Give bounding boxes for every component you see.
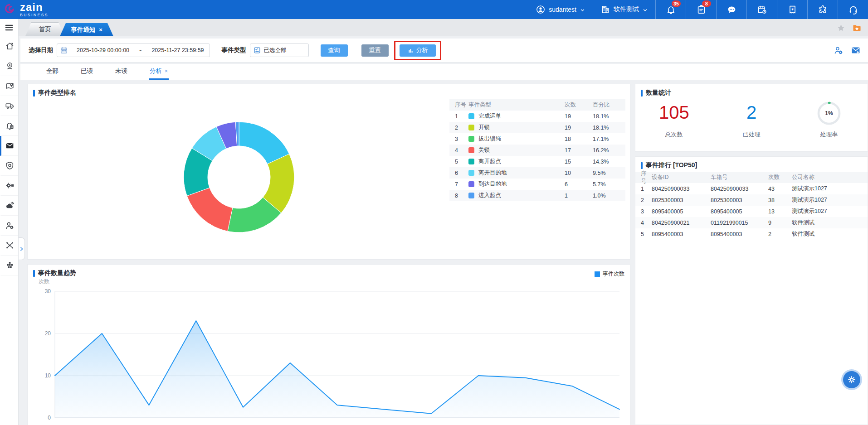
stat-label: 处理率	[820, 130, 838, 139]
rank-table-row: 6离开目的地109.5%	[449, 167, 625, 179]
sidebar-item-user-gear[interactable]	[0, 216, 18, 236]
trend-line-chart: 0102030	[34, 285, 624, 425]
series-color-swatch	[468, 147, 474, 153]
subtab-bar: 全部已读未读分析×	[20, 64, 868, 80]
close-subtab-icon[interactable]: ×	[165, 68, 168, 74]
svg-text:30: 30	[45, 288, 51, 295]
mail-send-icon[interactable]	[851, 45, 861, 55]
chevron-down-icon	[642, 6, 648, 13]
rate-gauge: 1%	[816, 101, 842, 126]
stat-value: 105	[659, 101, 689, 124]
date-end-value: 2025-11-27 23:59:59	[146, 47, 209, 53]
bookmark-folder-icon[interactable]	[852, 23, 862, 33]
gear-icon	[847, 375, 857, 385]
event-top50-panel: 事件排行 [TOP50] 序号设备ID车箱号次数公司名称 18042509000…	[635, 156, 868, 425]
legend-swatch	[595, 271, 600, 277]
rank-table-row: 1完成运单1918.1%	[449, 111, 625, 122]
series-color-swatch	[468, 181, 474, 187]
top-header: zain BUSINESS sudantest 软件测试 358¥	[0, 0, 868, 19]
panel-title: 事件排行 [TOP50]	[646, 161, 697, 169]
event-trend-panel: 事件数量趋势 事件次数 次数 0102030	[27, 264, 630, 425]
list-check-icon	[253, 46, 261, 55]
menu-toggle-button[interactable]	[0, 19, 18, 36]
title-bar	[33, 270, 35, 277]
date-start-value: 2025-10-29 00:00:00	[71, 47, 135, 53]
top50-table-body: 180425090003380425090003343测试演示102728025…	[635, 183, 868, 240]
subtab-已读[interactable]: 已读	[80, 64, 94, 80]
date-range-input[interactable]: 2025-10-29 00:00:00 - 2025-11-27 23:59:5…	[57, 43, 210, 57]
rank-table-body: 1完成运单1918.1%2开锁1918.1%3拔出锁绳1817.1%4关锁171…	[449, 111, 625, 201]
sidebar-item-gear-tasks[interactable]	[0, 176, 18, 196]
top50-table-row: 28025300003802530000338测试演示1027	[635, 194, 868, 206]
reset-button[interactable]: 重置	[361, 44, 389, 57]
app-root: zain BUSINESS sudantest 软件测试 358¥ 首页事件通知…	[0, 0, 868, 425]
page-tab-事件通知[interactable]: 事件通知×	[60, 23, 113, 36]
date-range-label: 选择日期	[29, 46, 53, 54]
top50-table-row: 180425090003380425090003343测试演示1027	[635, 183, 868, 194]
chevron-down-icon	[580, 6, 585, 13]
bar-chart-icon	[407, 47, 414, 54]
sidebar-item-bell-doc[interactable]	[0, 116, 18, 136]
calendar-clock-tool-button[interactable]	[746, 0, 777, 19]
event-type-value: 已选全部	[264, 47, 287, 54]
favorite-star-icon[interactable]	[836, 23, 846, 33]
series-color-swatch	[468, 113, 474, 119]
trend-area	[55, 321, 619, 418]
user-menu[interactable]: sudantest	[528, 0, 593, 19]
rank-table-row: 2开锁1918.1%	[449, 122, 625, 133]
tab-strip: 首页事件通知×	[18, 19, 868, 36]
series-color-swatch	[468, 170, 474, 176]
calendar-icon	[57, 44, 71, 57]
subtab-分析[interactable]: 分析×	[149, 64, 169, 80]
user-avatar-icon	[536, 5, 546, 14]
event-type-label: 事件类型	[222, 46, 246, 54]
series-color-swatch	[468, 193, 474, 198]
sidebar-item-camera[interactable]	[0, 56, 18, 76]
org-name: 软件测试	[614, 5, 639, 14]
floating-settings-button[interactable]	[843, 371, 860, 388]
sidebar-item-network[interactable]	[0, 236, 18, 256]
sidebar-item-cluster[interactable]	[0, 256, 18, 275]
receipt-tool-button[interactable]: ¥	[777, 0, 807, 19]
query-button[interactable]: 查询	[321, 44, 348, 57]
sidebar-item-home[interactable]	[0, 36, 18, 56]
bell-tool-button[interactable]: 35	[655, 0, 686, 19]
top50-table-row: 5809540000380954000032软件测试	[635, 228, 868, 240]
sidebar-expander[interactable]	[18, 237, 25, 260]
brand-subtitle: BUSINESS	[20, 13, 49, 17]
sidebar-item-cloud-signal[interactable]	[0, 196, 18, 216]
header-toolbar: 358¥	[655, 0, 868, 19]
series-color-swatch	[468, 136, 474, 142]
clipboard-tool-button[interactable]: 8	[686, 0, 716, 19]
title-bar	[33, 90, 35, 97]
svg-text:¥: ¥	[791, 7, 794, 11]
close-tab-icon[interactable]: ×	[99, 26, 102, 33]
sidebar-item-shield[interactable]	[0, 156, 18, 176]
sidebar-item-mail[interactable]	[0, 136, 18, 156]
table-header: 序号 事件类型 次数 百分比	[449, 99, 625, 111]
date-separator: -	[139, 46, 141, 54]
subtab-全部[interactable]: 全部	[45, 64, 59, 80]
org-menu[interactable]: 软件测试	[593, 0, 655, 19]
analyze-button[interactable]: 分析	[400, 44, 436, 57]
analyze-highlight-box: 分析	[394, 41, 441, 60]
brand-name: zain	[20, 2, 49, 13]
brand-logo: zain BUSINESS	[0, 2, 49, 17]
rank-table-row: 7到达目的地65.7%	[449, 179, 625, 190]
chat-tool-button[interactable]	[716, 0, 746, 19]
page-tab-首页[interactable]: 首页	[25, 22, 64, 36]
trend-legend: 事件次数	[595, 270, 624, 278]
event-type-select[interactable]: 已选全部	[250, 43, 309, 57]
sidebar-item-map-pin[interactable]	[0, 76, 18, 96]
puzzle-tool-button[interactable]	[807, 0, 838, 19]
settings-user-icon[interactable]	[834, 45, 844, 55]
rank-table-row: 8进入起点11.0%	[449, 190, 625, 201]
headset-tool-button[interactable]	[838, 0, 868, 19]
subtab-未读[interactable]: 未读	[114, 64, 128, 80]
stat-metric-已处理: 2已处理	[713, 101, 790, 139]
sidebar-item-truck[interactable]	[0, 96, 18, 116]
quantity-stats-panel: 数量统计 105总次数2已处理1%处理率	[635, 84, 868, 152]
top50-table-row: 38095400005809540000513测试演示1027	[635, 206, 868, 217]
series-color-swatch	[468, 125, 474, 130]
donut-slice	[187, 188, 233, 231]
